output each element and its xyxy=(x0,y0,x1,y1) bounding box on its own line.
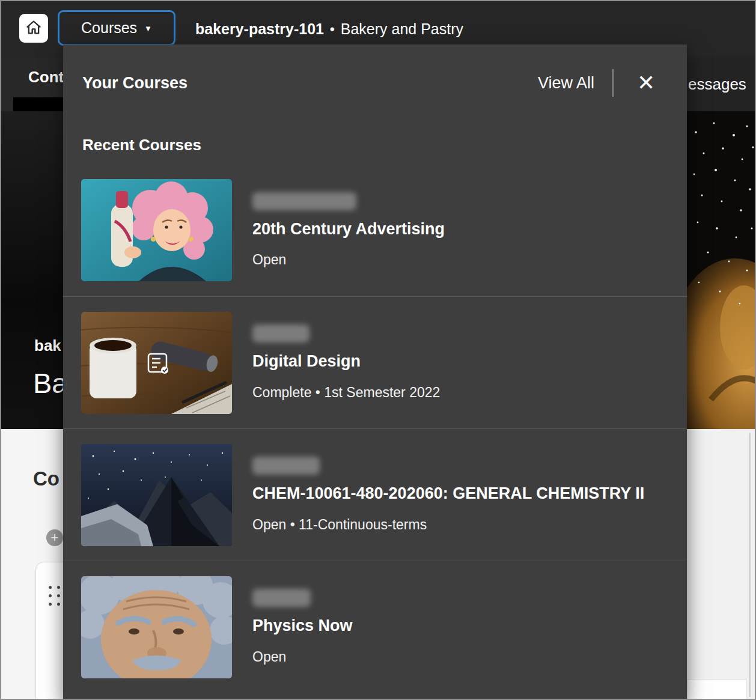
course-status: Complete • 1st Semester 2022 xyxy=(252,385,440,401)
close-button[interactable]: ✕ xyxy=(632,68,660,97)
course-id-text: bakery-pastry-101 xyxy=(195,20,324,38)
course-hero-banner-left: bak Ba xyxy=(1,111,63,429)
blurred-course-id xyxy=(252,324,309,342)
tab-content[interactable]: Cont xyxy=(28,57,64,97)
course-title: CHEM-10061-480-202060: GENERAL CHEMISTRY… xyxy=(252,484,644,503)
recent-courses-list: 20th Century Advertising Open xyxy=(63,164,687,693)
add-content-button[interactable]: + xyxy=(46,529,63,546)
course-meta: Digital Design Complete • 1st Semester 2… xyxy=(252,324,440,400)
course-status: Open • 11-Continuous-terms xyxy=(252,517,644,533)
course-tab-bar-right: essages xyxy=(687,57,756,111)
home-icon xyxy=(25,19,42,38)
content-item-card xyxy=(687,679,747,700)
header-divider xyxy=(612,69,614,97)
content-item-card xyxy=(35,562,63,700)
course-hero-banner-right xyxy=(687,111,756,429)
app-window: Courses ▼ bakery-pastry-101 • Bakery and… xyxy=(0,0,756,700)
course-card[interactable]: 20th Century Advertising Open xyxy=(63,164,687,296)
page-scrollbar[interactable] xyxy=(749,433,751,697)
course-meta: Physics Now Open xyxy=(252,589,353,665)
pastry-hero-image xyxy=(687,111,756,429)
course-meta: CHEM-10061-480-202060: GENERAL CHEMISTRY… xyxy=(252,457,644,532)
view-all-link[interactable]: View All xyxy=(538,74,594,93)
title-separator: • xyxy=(330,22,335,37)
blurred-course-id xyxy=(252,589,311,607)
drag-handle-icon[interactable] xyxy=(49,586,61,611)
dropdown-header: Your Courses View All ✕ xyxy=(63,44,687,97)
blurred-course-id xyxy=(252,192,356,210)
course-thumbnail-advertising xyxy=(81,179,232,281)
active-tab-indicator xyxy=(13,97,63,111)
hero-course-name-text: Ba xyxy=(33,367,63,400)
course-name-text: Bakery and Pastry xyxy=(341,20,463,38)
course-card[interactable]: Physics Now Open xyxy=(63,561,687,693)
course-status: Open xyxy=(252,252,445,268)
content-section-heading: Co xyxy=(33,467,59,490)
caret-down-icon: ▼ xyxy=(144,25,152,32)
dropdown-title: Your Courses xyxy=(82,74,187,93)
hero-course-id-text: bak xyxy=(34,336,61,355)
course-card[interactable]: Digital Design Complete • 1st Semester 2… xyxy=(63,296,687,428)
close-icon: ✕ xyxy=(637,70,655,95)
course-meta: 20th Century Advertising Open xyxy=(252,192,445,268)
course-title: Physics Now xyxy=(252,616,353,635)
course-thumbnail-chemistry xyxy=(81,444,232,546)
course-thumbnail-physics xyxy=(81,576,232,678)
courses-menu-button[interactable]: Courses ▼ xyxy=(58,10,175,46)
course-card[interactable]: CHEM-10061-480-202060: GENERAL CHEMISTRY… xyxy=(63,428,687,561)
course-content-area-left: Co + xyxy=(1,429,63,700)
plus-icon: + xyxy=(51,530,59,545)
dropdown-header-actions: View All ✕ xyxy=(538,68,660,97)
recent-courses-heading: Recent Courses xyxy=(82,136,687,154)
your-courses-dropdown: Your Courses View All ✕ Recent Courses xyxy=(63,44,687,700)
course-title: Digital Design xyxy=(252,352,440,371)
home-button[interactable] xyxy=(19,14,48,43)
course-status: Open xyxy=(252,649,353,665)
blurred-course-id xyxy=(252,457,320,475)
course-title: 20th Century Advertising xyxy=(252,220,445,239)
tab-messages[interactable]: essages xyxy=(688,57,746,111)
course-thumbnail-digital-design xyxy=(81,312,232,414)
courses-button-label: Courses xyxy=(81,19,137,37)
course-content-area-right xyxy=(687,429,756,700)
